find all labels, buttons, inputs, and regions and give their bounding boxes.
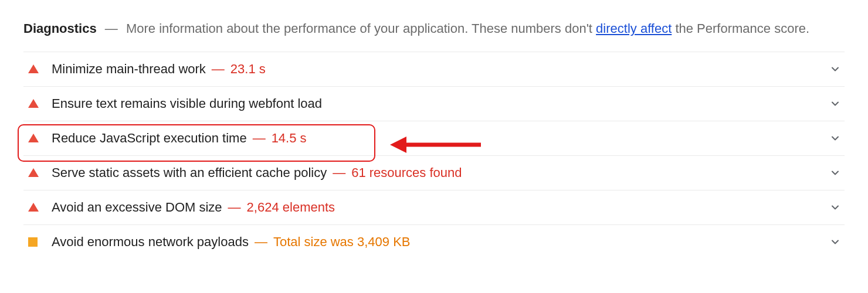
expand-toggle[interactable] bbox=[820, 202, 841, 213]
expand-toggle[interactable] bbox=[820, 167, 841, 179]
audit-label: Avoid enormous network payloads bbox=[52, 234, 249, 250]
audit-text: Reduce JavaScript execution time — 14.5 … bbox=[52, 131, 820, 146]
audit-row[interactable]: Minimize main-thread work — 23.1 s bbox=[23, 52, 845, 87]
expand-toggle[interactable] bbox=[820, 63, 841, 75]
chevron-down-icon bbox=[829, 236, 841, 248]
audit-label: Minimize main-thread work bbox=[52, 62, 206, 77]
audit-row[interactable]: Avoid an excessive DOM size — 2,624 elem… bbox=[23, 190, 845, 225]
audit-text: Minimize main-thread work — 23.1 s bbox=[52, 62, 820, 77]
audit-metric: 14.5 s bbox=[272, 131, 307, 146]
chevron-down-icon bbox=[829, 98, 841, 110]
metric-dash: — bbox=[255, 234, 267, 250]
expand-toggle[interactable] bbox=[820, 132, 841, 144]
audit-label: Reduce JavaScript execution time bbox=[52, 131, 247, 146]
metric-dash: — bbox=[228, 200, 241, 215]
audit-text: Avoid enormous network payloads — Total … bbox=[52, 234, 820, 250]
audit-row[interactable]: Serve static assets with an efficient ca… bbox=[23, 156, 845, 190]
audit-text: Ensure text remains visible during webfo… bbox=[52, 96, 820, 111]
chevron-down-icon bbox=[829, 132, 841, 144]
diagnostics-title: Diagnostics bbox=[23, 21, 97, 36]
diagnostics-desc-before: More information about the performance o… bbox=[126, 21, 596, 36]
diagnostics-header: Diagnostics — More information about the… bbox=[23, 16, 845, 41]
diagnostics-desc-after: the Performance score. bbox=[672, 21, 809, 36]
warning-triangle-icon bbox=[28, 134, 39, 142]
chevron-down-icon bbox=[829, 63, 841, 75]
severity-icon-col bbox=[26, 134, 52, 142]
audit-row[interactable]: Reduce JavaScript execution time — 14.5 … bbox=[23, 121, 845, 156]
audit-row[interactable]: Ensure text remains visible during webfo… bbox=[23, 87, 845, 121]
warning-triangle-icon bbox=[28, 203, 39, 212]
severity-icon-col bbox=[26, 168, 52, 177]
chevron-down-icon bbox=[829, 167, 841, 179]
warning-square-icon bbox=[28, 237, 38, 247]
audit-metric: 23.1 s bbox=[230, 62, 266, 77]
audit-text: Serve static assets with an efficient ca… bbox=[52, 165, 820, 180]
audit-label: Avoid an excessive DOM size bbox=[52, 200, 222, 215]
severity-icon-col bbox=[26, 99, 52, 108]
audit-metric: 61 resources found bbox=[351, 165, 462, 180]
diagnostics-list: Minimize main-thread work — 23.1 s Ensur… bbox=[23, 52, 845, 259]
audit-label: Ensure text remains visible during webfo… bbox=[52, 96, 322, 111]
audit-text: Avoid an excessive DOM size — 2,624 elem… bbox=[52, 200, 820, 215]
expand-toggle[interactable] bbox=[820, 236, 841, 248]
metric-dash: — bbox=[333, 165, 345, 180]
audit-row[interactable]: Avoid enormous network payloads — Total … bbox=[23, 225, 845, 259]
severity-icon-col bbox=[26, 237, 52, 247]
warning-triangle-icon bbox=[28, 168, 39, 177]
directly-affect-link[interactable]: directly affect bbox=[596, 21, 672, 36]
severity-icon-col bbox=[26, 203, 52, 212]
chevron-down-icon bbox=[829, 202, 841, 213]
audit-metric: 2,624 elements bbox=[247, 200, 335, 215]
expand-toggle[interactable] bbox=[820, 98, 841, 110]
metric-dash: — bbox=[212, 62, 225, 77]
metric-dash: — bbox=[253, 131, 266, 146]
audit-metric: Total size was 3,409 KB bbox=[273, 234, 411, 250]
warning-triangle-icon bbox=[28, 64, 39, 73]
severity-icon-col bbox=[26, 64, 52, 73]
audit-label: Serve static assets with an efficient ca… bbox=[52, 165, 327, 180]
warning-triangle-icon bbox=[28, 99, 39, 108]
header-dash: — bbox=[105, 21, 118, 36]
